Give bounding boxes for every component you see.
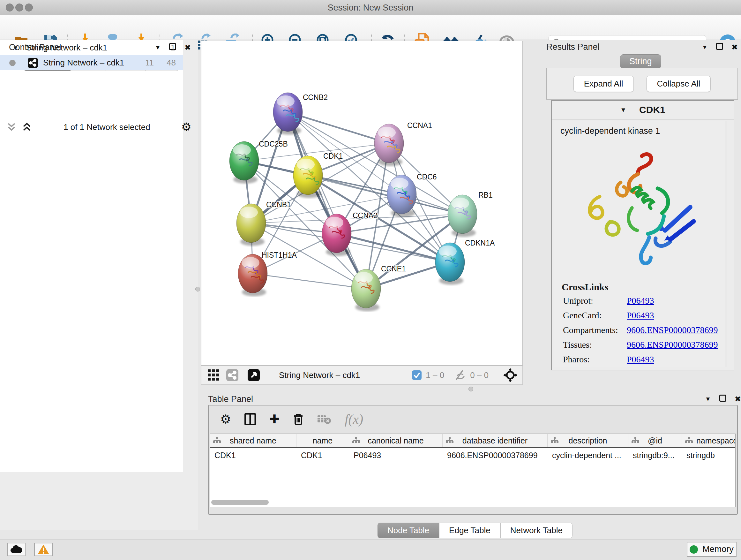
node-label-CCNE1: CCNE1 [381,265,406,273]
gene-description: cyclin-dependent kinase 1 [560,126,725,136]
crosslink-link[interactable]: 9606.ENSP00000378699 [627,340,718,350]
warning-button[interactable] [34,543,53,556]
fit-content-crosshair-icon[interactable] [503,368,517,382]
column-header--id[interactable]: @id [628,434,682,447]
table-cell[interactable]: stringdb [682,448,736,462]
horizontal-splitter-handle[interactable] [468,387,473,391]
cloud-button[interactable] [7,543,25,556]
add-column-icon[interactable]: ✚ [269,412,280,426]
crosslink-label: Tissues: [563,340,627,350]
node-label-CCNB2: CCNB2 [303,93,328,102]
window-title: Session: New Session [0,3,741,13]
panel-menu-icon[interactable]: ▼ [705,395,711,402]
network-view-icon[interactable] [226,369,239,381]
network-options-gear-icon[interactable]: ⚙ [181,120,192,134]
network-canvas[interactable]: CCNB2CCNA1CDC25BCDK1CDC6RB1CCNB1CCNA2CDK… [201,41,523,366]
column-header-description[interactable]: description [548,434,628,447]
crosslink-row: Tissues:9606.ENSP00000378699 [563,340,725,350]
network-node-count: 11 [145,58,154,68]
node-label-CDC6: CDC6 [417,173,437,181]
table-cell[interactable]: CDK1 [210,448,296,462]
collection-count: 1 [171,43,175,53]
collection-expand-icon[interactable]: ▼ [12,44,18,51]
node-CCNA2[interactable]: CCNA2 [322,211,378,256]
collapse-all-icon[interactable] [6,122,17,132]
table-cell[interactable]: 9606.ENSP00000378699 [443,448,548,462]
crosslink-link[interactable]: P06493 [627,354,654,365]
tab-edge-table[interactable]: Edge Table [439,523,500,538]
network-view-toolbar: String Network – cdk1 1 – 0 0 – 0 [201,366,523,385]
column-header-namespace[interactable]: namespace [682,434,736,447]
grid-view-icon[interactable] [207,369,220,381]
node-CDKN1A[interactable]: CDKN1A [435,239,495,285]
column-header-database-identifier[interactable]: database identifier [443,434,548,447]
show-columns-icon[interactable] [245,413,256,425]
node-CDC25B[interactable]: CDC25B [229,140,288,184]
node-RB1[interactable]: RB1 [448,191,493,237]
node-CCNE1[interactable]: CCNE1 [351,265,406,311]
panel-close-icon[interactable]: ✖ [735,395,741,403]
edge-CCNB2-CCNE1[interactable] [288,112,366,289]
node-label-HIST1H1A: HIST1H1A [262,251,297,259]
node-label-CCNB1: CCNB1 [266,200,291,209]
node-HIST1H1A[interactable]: HIST1H1A [238,251,297,296]
crosslink-link[interactable]: P06493 [627,296,654,306]
table-cell[interactable]: cyclin-dependent ... [548,448,628,462]
panel-close-icon[interactable]: ✖ [185,43,191,52]
panel-menu-icon[interactable]: ▼ [702,44,708,51]
panel-close-icon[interactable]: ✖ [731,43,738,52]
hidden-eye-icon[interactable] [454,369,467,381]
tab-string[interactable]: String [620,54,661,69]
table-row[interactable]: CDK1CDK1P064939606.ENSP00000378699cyclin… [210,448,735,462]
panel-float-icon[interactable] [719,395,726,403]
table-cell[interactable]: CDK1 [296,448,349,462]
panel-float-icon[interactable] [716,43,723,52]
tab-node-table[interactable]: Node Table [378,523,439,538]
results-scrollbar[interactable] [727,121,731,367]
birds-eye-view-icon[interactable] [248,369,260,381]
title-bar: Session: New Session [0,0,741,15]
column-header-name[interactable]: name [296,434,349,447]
node-label-CCNA2: CCNA2 [353,211,378,220]
memory-button[interactable]: Memory [687,542,737,557]
edge-CCNB2-CCNA1[interactable] [288,112,389,143]
column-header-shared-name[interactable]: shared name [210,434,296,447]
crosslink-label: Compartments: [563,325,627,335]
node-CCNA1[interactable]: CCNA1 [374,121,432,166]
gene-collapse-icon[interactable]: ▼ [620,106,626,114]
column-header-canonical-name[interactable]: canonical name [349,434,443,447]
tab-network-table[interactable]: Network Table [500,523,572,538]
network-view-title: String Network – cdk1 [279,370,360,380]
node-CCNB1[interactable]: CCNB1 [237,200,291,246]
table-options-gear-icon[interactable]: ⚙ [220,412,231,426]
node-label-CDC25B: CDC25B [259,140,288,148]
network-row[interactable]: String Network – cdk1 11 48 [0,55,183,70]
network-collection-row[interactable]: ▼ String Network – cdk1 1 [0,40,183,55]
results-content: ▼ CDK1 cyclin-dependent kinase 1 [551,100,734,370]
crosslink-link[interactable]: P06493 [627,310,654,320]
edge-CCNE1-HIST1H1A[interactable] [253,273,366,289]
delete-column-trash-icon[interactable] [293,413,304,426]
table-horizontal-scrollbar[interactable] [211,500,269,505]
selected-checkbox-icon[interactable] [412,370,422,380]
table-cell[interactable]: stringdb:9... [628,448,682,462]
results-toolbox: Expand All Collapse All [546,68,738,100]
node-label-CDKN1A: CDKN1A [465,239,495,247]
collapse-all-button[interactable]: Collapse All [647,76,711,92]
toolbar-separator [449,368,449,382]
crosslink-link[interactable]: 9606.ENSP00000378699 [627,325,718,335]
crosslink-label: GeneCard: [563,310,627,320]
protein-structure-image [576,147,703,272]
selected-counter: 1 – 0 [426,370,444,380]
function-builder-icon: f(x) [345,412,363,427]
node-label-CCNA1: CCNA1 [407,121,432,130]
network-type-icon [28,58,38,68]
expand-all-button[interactable]: Expand All [574,76,634,92]
expand-all-icon[interactable] [22,122,32,132]
left-splitter-handle[interactable] [195,287,200,292]
table-panel-title: Table Panel [208,394,253,404]
node-label-RB1: RB1 [478,191,493,199]
table-cell[interactable]: P06493 [349,448,443,462]
crosslink-row: GeneCard:P06493 [563,310,725,320]
node-CCNB2[interactable]: CCNB2 [273,92,328,135]
